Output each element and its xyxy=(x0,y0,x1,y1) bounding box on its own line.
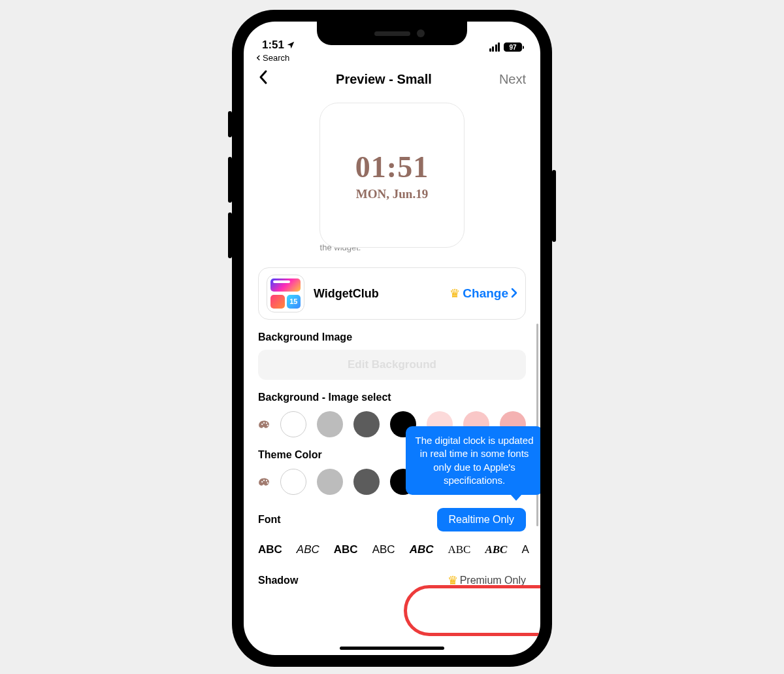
cellular-signal-icon xyxy=(489,42,500,52)
scrollbar-indicator xyxy=(536,324,538,526)
side-button-volume-down xyxy=(228,212,232,258)
widget-preview: 01:51 MON, Jun.19 xyxy=(319,103,465,248)
speaker-grille xyxy=(374,31,410,36)
swatch-lightgray[interactable] xyxy=(317,411,343,437)
premium-only-text: Premium Only xyxy=(460,575,526,586)
font-sample-4[interactable]: ABC xyxy=(372,543,395,556)
app-icon: 15 xyxy=(267,275,304,312)
font-sample-8[interactable]: A xyxy=(521,543,529,556)
swatch-white[interactable] xyxy=(280,411,306,437)
next-button[interactable]: Next xyxy=(499,72,526,87)
side-button-silent xyxy=(228,111,232,137)
back-button[interactable] xyxy=(258,69,269,90)
phone-frame: 1:51 97 Search Preview - Small Next xyxy=(232,10,552,667)
side-button-volume-up xyxy=(228,157,232,203)
content-scroll[interactable]: 01:51 MON, Jun.19 Open App the widget. 1… xyxy=(244,95,540,655)
app-name: WidgetClub xyxy=(314,287,440,301)
location-icon xyxy=(286,41,295,50)
open-app-card[interactable]: 15 WidgetClub ♛ Change xyxy=(258,267,526,320)
notch xyxy=(317,22,467,45)
realtime-only-button[interactable]: Realtime Only xyxy=(437,508,526,531)
battery-icon: 97 xyxy=(504,42,522,52)
font-sample-3[interactable]: ABC xyxy=(334,543,358,556)
font-sample-6[interactable]: ABC xyxy=(448,543,470,556)
side-button-power xyxy=(552,170,556,242)
palette-icon[interactable] xyxy=(258,473,270,490)
font-sample-1[interactable]: ABC xyxy=(258,543,282,556)
realtime-tooltip: The digital clock is updated in real tim… xyxy=(406,426,540,495)
change-link[interactable]: Change xyxy=(463,286,508,301)
font-sample-2[interactable]: ABC xyxy=(297,543,319,556)
page-title: Preview - Small xyxy=(336,72,432,87)
chevron-left-icon xyxy=(258,69,269,85)
back-to-search[interactable]: Search xyxy=(244,53,540,65)
status-time: 1:51 xyxy=(262,39,284,52)
back-search-label: Search xyxy=(263,53,289,63)
front-camera xyxy=(417,29,425,37)
battery-level: 97 xyxy=(509,44,516,51)
shadow-label: Shadow xyxy=(258,575,298,586)
palette-icon[interactable] xyxy=(258,416,270,433)
swatch-darkgray[interactable] xyxy=(353,469,380,495)
font-sample-5[interactable]: ABC xyxy=(410,543,434,556)
edit-background-button[interactable]: Edit Background xyxy=(258,350,526,380)
home-indicator[interactable] xyxy=(340,647,444,650)
chevron-right-icon xyxy=(511,286,517,301)
bg-select-label: Background - Image select xyxy=(258,392,526,403)
swatch-lightgray[interactable] xyxy=(317,469,343,495)
app-icon-number: 15 xyxy=(287,295,301,309)
highlight-annotation xyxy=(404,585,540,636)
screen: 1:51 97 Search Preview - Small Next xyxy=(244,22,540,655)
premium-only-badge: ♛ Premium Only xyxy=(448,573,526,588)
nav-bar: Preview - Small Next xyxy=(244,65,540,95)
crown-icon: ♛ xyxy=(448,573,458,588)
swatch-darkgray[interactable] xyxy=(353,411,380,437)
widget-time: 01:51 xyxy=(355,150,429,184)
font-label: Font xyxy=(258,514,281,526)
bg-image-label: Background Image xyxy=(258,331,526,343)
caret-left-icon xyxy=(255,55,261,61)
crown-icon: ♛ xyxy=(449,286,460,301)
font-samples-row: ABC ABC ABC ABC ABC ABC ABC A xyxy=(244,543,540,556)
widget-date: MON, Jun.19 xyxy=(356,187,428,201)
font-sample-7[interactable]: ABC xyxy=(485,543,507,556)
swatch-white[interactable] xyxy=(280,469,306,495)
